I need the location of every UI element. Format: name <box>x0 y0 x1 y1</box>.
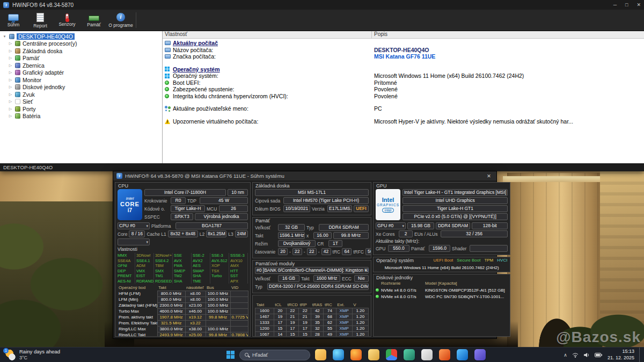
expand-arrow-icon[interactable]: ▷ <box>8 114 13 118</box>
expand-arrow-icon[interactable]: ▷ <box>8 63 13 68</box>
expand-arrow-icon[interactable]: ▷ <box>8 78 13 82</box>
expand-arrow-icon[interactable]: ▷ <box>8 70 13 75</box>
drives-panel: Diskové jednotky Rozhranie Model [Kapaci… <box>373 274 510 337</box>
tree-item-monitor[interactable]: ▷Monitor <box>1 76 161 84</box>
tree-item-memory[interactable]: ▷Pamäť <box>1 55 161 62</box>
search-box[interactable]: Hľadať <box>239 350 310 360</box>
taskbar-app-purple-app-icon[interactable] <box>474 349 486 360</box>
timing-value: 1467 <box>255 314 274 320</box>
tree-item-battery[interactable]: ▷Batéria <box>1 113 161 120</box>
taskbar-app-edge-icon[interactable] <box>333 349 344 360</box>
drive-row[interactable]: NVMe x4 8.0 GT/sWDC PC SN730 SDBQNTY-1T0… <box>376 293 508 300</box>
maximize-button[interactable]: □ <box>625 2 628 8</box>
toolbar-button-summary[interactable]: Súhrn <box>0 10 27 31</box>
op-value: x38.00 <box>185 326 206 332</box>
weather-widget[interactable]: 1 Rainy days ahead 3°C <box>0 347 65 362</box>
memory-size-label: Veľkosť <box>255 225 276 230</box>
tree-item-board[interactable]: ▷Základná doska <box>1 47 161 55</box>
expand-arrow-icon[interactable]: ▷ <box>8 99 13 104</box>
cpu-stepping: R0 <box>171 197 186 204</box>
property-label: Upozornenie virtuálneho počítača: <box>173 118 374 125</box>
tray-chevron-icon[interactable]: ∧ <box>564 352 567 358</box>
taskbar-app-light-app-icon[interactable] <box>421 349 433 360</box>
timing-value: 42 <box>311 308 324 314</box>
memory-size: 32 GB <box>278 224 305 231</box>
expand-arrow-icon[interactable]: ▷ <box>8 107 13 111</box>
detail-row[interactable]: Aktuálny počítač <box>165 40 642 47</box>
tree-item-bus[interactable]: ▷Zbernica <box>1 62 161 69</box>
timing-trcd: 22 <box>292 248 302 255</box>
windows-icon <box>165 74 173 78</box>
expand-arrow-icon[interactable]: ▷ <box>8 56 13 60</box>
expand-arrow-icon[interactable]: ▷ <box>8 92 13 97</box>
tree-item-sound[interactable]: ▷Zvuk <box>1 91 161 98</box>
taskbar-app-firefox-icon[interactable] <box>350 349 362 360</box>
column-header-property[interactable]: Vlastnosť <box>163 31 372 38</box>
tree-item-cpu[interactable]: ▷Centrálne procesor(y) <box>1 40 161 48</box>
taskbar-app-chrome-icon[interactable] <box>386 349 397 360</box>
tree-item-host[interactable]: ▾DESKTOP-HE40Q4O <box>1 33 161 40</box>
timing-value: 1.20 <box>352 314 368 320</box>
summary-close-button[interactable]: ✕ <box>485 173 493 179</box>
minimize-button[interactable]: ─ <box>613 2 617 8</box>
detail-row[interactable]: Operačný systém <box>165 66 642 73</box>
tree-item-drives[interactable]: ▷Diskové jednotky <box>1 84 161 91</box>
intel-graphics-badge-icon: Intel GRAPHICS intel <box>376 189 400 220</box>
column-header-description[interactable]: Popis <box>372 31 644 38</box>
timing-col-header: tRC <box>324 302 336 308</box>
taskbar-app-orange-app-icon[interactable] <box>439 349 450 360</box>
toolbar-button-about[interactable]: O programe <box>107 10 134 31</box>
memory-module-selector[interactable]: #0 [BANK 0/Controller0-ChannelA-DIMM0]: … <box>255 267 369 274</box>
cpu-selector[interactable]: CPU #0 <box>118 222 150 229</box>
toolbar-button-sensors[interactable]: Senzory <box>54 10 80 31</box>
chipset-label: Čipová sada <box>255 198 282 204</box>
widget-badge: 1 <box>3 348 9 353</box>
detail-row[interactable]: Upozornenie virtuálneho počítača:Microso… <box>165 118 642 125</box>
detail-row[interactable]: Operačný systém:Microsoft Windows 11 Hom… <box>165 73 642 79</box>
toolbar-separator <box>136 12 136 28</box>
clock[interactable]: 15:13 21. 12. 2025 <box>608 349 634 361</box>
taskbar-app-store-icon[interactable] <box>457 349 468 360</box>
expand-arrow-icon[interactable]: ▾ <box>2 34 7 39</box>
detail-row[interactable]: Zabezpečené spustenie:Povolené <box>165 86 642 93</box>
op-label: HFM (LFM) <box>118 291 157 296</box>
property-label: Aktuálne používateľské meno: <box>173 105 374 112</box>
close-button[interactable]: ✕ <box>636 2 641 8</box>
toolbar-label: Senzory <box>58 21 75 27</box>
taskbar-app-file-explorer-icon[interactable] <box>315 349 326 360</box>
cpu-feature-flag: TBM <box>155 263 173 269</box>
detail-row[interactable]: Aktuálne používateľské meno:PC <box>165 105 642 112</box>
tree-item-gpu[interactable]: ▷Grafický adaptér <box>1 69 161 77</box>
wifi-icon[interactable] <box>572 352 579 358</box>
op-value <box>230 326 248 332</box>
op-col-header: VID <box>230 285 248 291</box>
show-desktop-button[interactable] <box>639 347 641 362</box>
expand-arrow-icon[interactable]: ▷ <box>8 49 13 53</box>
property-value: MSI Katana GF76 11UE <box>374 53 642 60</box>
op-label: LFM (Min) <box>118 296 157 302</box>
tree-item-net[interactable]: ▷Sieť <box>1 98 161 106</box>
drive-row[interactable]: NVMe x4 8.0 GT/sKINGSTON OM8PCP3512F-AI1… <box>376 287 508 293</box>
tree-item-ports[interactable]: ▷Porty <box>1 105 161 113</box>
toolbar-button-memory[interactable]: Pamäť <box>80 10 107 31</box>
timing-value: 62 <box>324 320 336 325</box>
memory-bus-clock[interactable]: 99.8 MHz <box>333 232 369 239</box>
toolbar-button-report[interactable]: Report <box>27 10 54 31</box>
detail-row[interactable]: Názov počítača:DESKTOP-HE40Q4O <box>165 47 642 54</box>
battery-icon[interactable] <box>595 353 603 357</box>
detail-row[interactable]: Boot UEFI:Prítomné <box>165 79 642 86</box>
expand-arrow-icon[interactable]: ▷ <box>8 41 13 46</box>
core-selector[interactable] <box>118 238 150 245</box>
os-panel: Operačný systém UEFI BootSecure BootTPMH… <box>373 257 510 272</box>
taskbar-app-folder-icon[interactable] <box>368 349 379 360</box>
gpu-selector[interactable]: GPU #0 <box>376 222 406 229</box>
expand-arrow-icon[interactable]: ▷ <box>8 85 13 89</box>
taskbar-app-teal-app-icon[interactable] <box>404 349 415 360</box>
memory-panel: Pamäť Veľkosť32 GBTypDDR4 SDRAM Takt1596… <box>252 217 371 258</box>
cpu-cores: 8 / 16 <box>129 230 145 237</box>
volume-icon[interactable] <box>583 352 590 358</box>
detail-row[interactable]: Značka počítača:MSI Katana GF76 11UE <box>165 53 642 60</box>
detail-row[interactable]: Integrita kódu chránená hypervízorom (HV… <box>165 93 642 100</box>
start-button[interactable] <box>226 351 235 359</box>
search-placeholder: Hľadať <box>252 352 268 358</box>
